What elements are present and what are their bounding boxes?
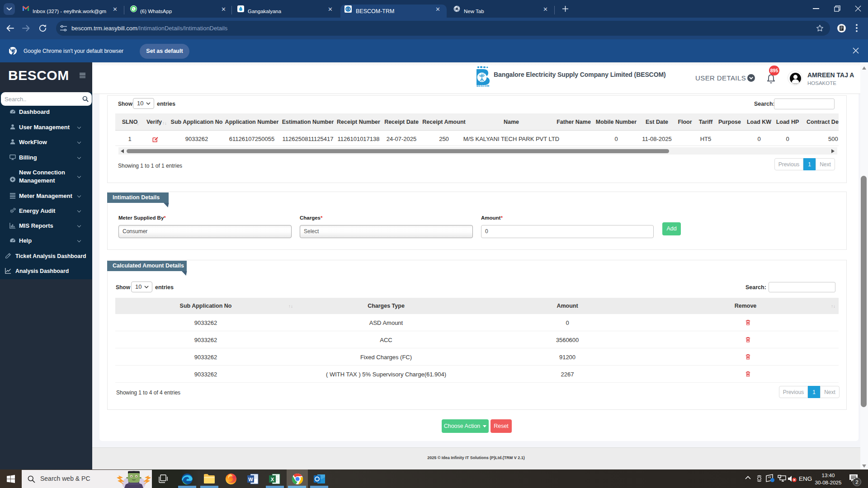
svg-text:BESCOM: BESCOM (476, 84, 489, 87)
svg-text:X: X (271, 477, 274, 482)
svg-text:W: W (248, 477, 253, 482)
